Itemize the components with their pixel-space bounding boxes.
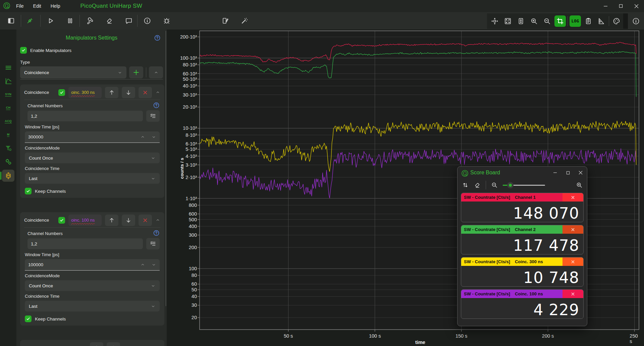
channel-checklist-button[interactable] — [146, 110, 160, 122]
eraser-icon[interactable] — [103, 14, 116, 27]
spin-up-icon[interactable] — [140, 262, 145, 267]
type-dropdown[interactable]: Coincidence — [20, 66, 126, 78]
move-down-button[interactable] — [122, 87, 135, 98]
coincidence-time-dropdown[interactable]: Last — [25, 173, 160, 184]
help-icon[interactable] — [153, 230, 160, 236]
sidebar-item-sync-channel-icon[interactable]: SYN — [2, 89, 14, 101]
score-card-2: SW - Countrate [Cts/s] Channel 2 117 478 — [461, 225, 584, 254]
add-manipulator-button[interactable] — [129, 66, 143, 78]
coincidence-mode-dropdown[interactable]: Count Once — [25, 280, 160, 291]
connect-plug-icon[interactable] — [23, 14, 36, 27]
delete-section-button[interactable] — [139, 87, 152, 98]
spin-down-icon[interactable] — [151, 262, 156, 267]
magic-wand-icon[interactable] — [238, 14, 251, 27]
coincidence-mode-label: CoincidenceMode — [25, 146, 160, 151]
move-up-button[interactable] — [105, 87, 118, 98]
zoom-slider-thumb[interactable] — [507, 182, 514, 188]
keep-channels-checkbox[interactable] — [25, 188, 32, 194]
about-person-icon[interactable] — [141, 14, 154, 27]
close-icon[interactable] — [574, 167, 587, 178]
manipulator-name-field[interactable]: oinc. 100 ns — [68, 215, 102, 226]
sidebar-item-acquisition-icon[interactable]: ACQ — [2, 115, 14, 127]
palette-icon[interactable] — [611, 15, 622, 27]
fit-vertical-icon[interactable] — [515, 15, 527, 27]
chat-bubble-icon[interactable] — [122, 14, 135, 27]
log-scale-button[interactable]: LOG — [570, 15, 581, 27]
menu-edit[interactable]: Edit — [29, 0, 46, 12]
zoom-out-icon[interactable] — [541, 15, 553, 27]
info-circle-icon[interactable] — [628, 13, 644, 29]
y-tick-label: 3·10³ — [185, 162, 197, 168]
pan-icon[interactable] — [489, 15, 500, 27]
channel-numbers-input[interactable]: 1,2 — [28, 238, 143, 249]
coincidence-time-dropdown[interactable]: Last — [25, 301, 160, 311]
close-score-card-button[interactable] — [562, 193, 583, 201]
sidebar-item-gears-icon[interactable] — [2, 156, 14, 168]
sidebar-item-channel-icon[interactable]: CH — [2, 102, 14, 114]
channel-numbers-input[interactable]: 1,2 — [28, 111, 143, 121]
sidebar-item-histogram-icon[interactable] — [2, 75, 14, 87]
collapse-all-button[interactable] — [149, 66, 163, 78]
collapse-section-icon[interactable] — [155, 218, 160, 223]
section-enabled-checkbox[interactable] — [58, 217, 65, 224]
window-time-input[interactable]: 100000 — [25, 259, 160, 271]
sidebar-item-marker-icon[interactable]: M — [2, 129, 14, 141]
report-icon[interactable] — [583, 15, 594, 27]
close-score-card-button[interactable] — [562, 257, 583, 266]
move-up-button[interactable] — [105, 215, 118, 226]
score-value: 10 748 — [461, 266, 583, 286]
zoom-out-icon[interactable] — [491, 181, 498, 189]
move-up-button[interactable] — [90, 342, 103, 346]
minimize-icon[interactable] — [549, 167, 561, 178]
manipulator-name-field[interactable]: oinc. 300 ns — [68, 87, 102, 98]
sidebar-toggle-icon[interactable] — [5, 14, 17, 27]
zoom-in-icon[interactable] — [576, 181, 583, 189]
minimize-icon[interactable] — [598, 0, 613, 12]
sidebar-item-menu-icon[interactable] — [2, 62, 14, 74]
score-board-window[interactable]: Score Board SW - Countrate [Cts/s] Chann… — [457, 166, 587, 326]
close-score-card-button[interactable] — [562, 290, 583, 298]
zoom-slider[interactable] — [503, 182, 545, 188]
channel-checklist-button[interactable] — [146, 238, 160, 249]
zoom-in-icon[interactable] — [528, 15, 540, 27]
spin-down-icon[interactable] — [151, 134, 156, 139]
help-icon[interactable] — [153, 102, 160, 109]
sort-arrows-icon[interactable] — [462, 181, 469, 189]
window-time-input[interactable]: 300000 — [25, 131, 160, 143]
sidebar-item-manipulators-icon[interactable] — [2, 170, 14, 182]
bug-icon[interactable] — [160, 14, 173, 27]
y-tick-label: 2·10³ — [185, 175, 197, 180]
coincidence-time-label: Coincidence Time — [25, 294, 160, 299]
fit-all-icon[interactable] — [502, 15, 514, 27]
y-tick-label: 5·10³ — [185, 147, 197, 152]
close-icon[interactable] — [629, 0, 644, 12]
menu-file[interactable]: File — [11, 0, 29, 12]
collapse-section-icon[interactable] — [155, 90, 160, 95]
ruler-icon[interactable] — [596, 15, 607, 27]
help-icon[interactable] — [154, 35, 161, 41]
maximize-icon[interactable] — [561, 167, 574, 178]
coincidence-mode-dropdown[interactable]: Count Once — [25, 153, 160, 163]
menu-help[interactable]: Help — [46, 0, 65, 12]
maximize-icon[interactable] — [613, 0, 629, 12]
move-down-button[interactable] — [122, 215, 135, 226]
eraser-icon[interactable] — [474, 181, 481, 189]
move-down-button[interactable] — [107, 342, 120, 346]
x-tick-label: 100 s — [369, 333, 381, 339]
section-enabled-checkbox[interactable] — [58, 89, 65, 96]
enable-manipulators-checkbox[interactable] — [20, 47, 27, 54]
pause-icon[interactable] — [64, 14, 76, 27]
delete-section-button[interactable] — [139, 215, 152, 226]
journal-edit-icon[interactable] — [219, 14, 231, 27]
zoom-box-icon[interactable] — [554, 15, 566, 27]
play-icon[interactable] — [44, 14, 57, 27]
keep-channels-checkbox[interactable] — [25, 315, 32, 322]
y-tick-label: 400 — [189, 224, 197, 229]
wrench-icon[interactable] — [84, 14, 96, 27]
panel-scrollbar-track[interactable] — [166, 31, 166, 306]
score-board-titlebar[interactable]: Score Board — [458, 167, 587, 179]
x-tick-label: 150 s — [455, 333, 467, 339]
close-score-card-button[interactable] — [562, 225, 583, 234]
sidebar-item-filter-icon[interactable] — [2, 142, 14, 154]
spin-up-icon[interactable] — [140, 134, 145, 139]
